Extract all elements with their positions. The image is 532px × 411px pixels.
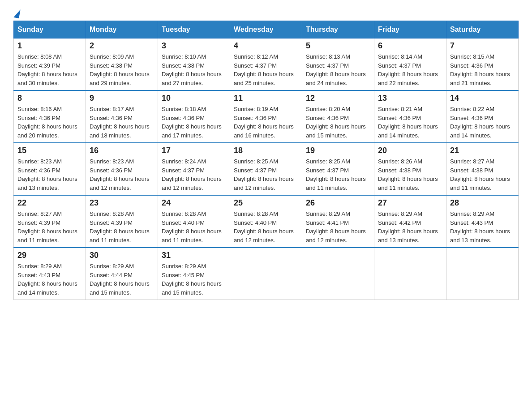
calendar-table: SundayMondayTuesdayWednesdayThursdayFrid…: [13, 21, 519, 300]
day-number: 8: [17, 94, 82, 103]
calendar-cell: 30Sunrise: 8:29 AMSunset: 4:44 PMDayligh…: [86, 248, 158, 300]
day-number: 28: [450, 198, 515, 208]
day-number: 14: [450, 94, 515, 103]
day-info: Sunrise: 8:14 AMSunset: 4:37 PMDaylight:…: [378, 52, 442, 87]
day-info: Sunrise: 8:18 AMSunset: 4:36 PMDaylight:…: [162, 105, 226, 140]
day-number: 27: [378, 198, 442, 208]
day-number: 26: [306, 198, 370, 208]
calendar-cell: 1Sunrise: 8:08 AMSunset: 4:39 PMDaylight…: [14, 39, 86, 91]
calendar-cell: 4Sunrise: 8:12 AMSunset: 4:37 PMDaylight…: [230, 39, 302, 91]
header-row: SundayMondayTuesdayWednesdayThursdayFrid…: [14, 21, 519, 39]
day-info: Sunrise: 8:20 AMSunset: 4:36 PMDaylight:…: [306, 105, 370, 140]
day-number: 16: [90, 146, 154, 155]
day-number: 22: [17, 198, 82, 208]
day-info: Sunrise: 8:25 AMSunset: 4:37 PMDaylight:…: [234, 157, 298, 192]
calendar-cell: 29Sunrise: 8:29 AMSunset: 4:43 PMDayligh…: [14, 248, 86, 300]
day-info: Sunrise: 8:19 AMSunset: 4:36 PMDaylight:…: [234, 105, 298, 140]
day-info: Sunrise: 8:17 AMSunset: 4:36 PMDaylight:…: [90, 105, 154, 140]
day-info: Sunrise: 8:23 AMSunset: 4:36 PMDaylight:…: [90, 157, 154, 192]
day-info: Sunrise: 8:22 AMSunset: 4:36 PMDaylight:…: [450, 105, 515, 140]
calendar-cell: 23Sunrise: 8:28 AMSunset: 4:39 PMDayligh…: [86, 195, 158, 248]
calendar-cell: 9Sunrise: 8:17 AMSunset: 4:36 PMDaylight…: [86, 90, 158, 143]
column-header-thursday: Thursday: [302, 21, 374, 39]
calendar-cell: 19Sunrise: 8:25 AMSunset: 4:37 PMDayligh…: [302, 143, 374, 195]
day-number: 2: [90, 41, 154, 51]
calendar-cell: 14Sunrise: 8:22 AMSunset: 4:36 PMDayligh…: [446, 90, 519, 143]
calendar-cell: 16Sunrise: 8:23 AMSunset: 4:36 PMDayligh…: [86, 143, 158, 195]
calendar-cell: [302, 248, 374, 300]
day-number: 25: [234, 198, 298, 208]
calendar-cell: 13Sunrise: 8:21 AMSunset: 4:36 PMDayligh…: [374, 90, 446, 143]
calendar-cell: 18Sunrise: 8:25 AMSunset: 4:37 PMDayligh…: [230, 143, 302, 195]
day-number: 12: [306, 94, 370, 103]
day-number: 20: [378, 146, 442, 155]
day-info: Sunrise: 8:28 AMSunset: 4:39 PMDaylight:…: [90, 210, 154, 244]
calendar-week-row: 8Sunrise: 8:16 AMSunset: 4:36 PMDaylight…: [14, 90, 519, 143]
day-number: 13: [378, 94, 442, 103]
logo-text: [13, 9, 20, 18]
day-number: 24: [162, 198, 226, 208]
calendar-cell: 31Sunrise: 8:29 AMSunset: 4:45 PMDayligh…: [158, 248, 230, 300]
column-header-monday: Monday: [86, 21, 158, 39]
day-number: 29: [17, 251, 82, 260]
day-info: Sunrise: 8:29 AMSunset: 4:42 PMDaylight:…: [378, 210, 442, 244]
calendar-cell: 24Sunrise: 8:28 AMSunset: 4:40 PMDayligh…: [158, 195, 230, 248]
day-number: 17: [162, 146, 226, 155]
day-info: Sunrise: 8:24 AMSunset: 4:37 PMDaylight:…: [162, 157, 226, 192]
day-number: 9: [90, 94, 154, 103]
calendar-cell: 2Sunrise: 8:09 AMSunset: 4:38 PMDaylight…: [86, 39, 158, 91]
day-number: 15: [17, 146, 82, 155]
calendar-cell: 22Sunrise: 8:27 AMSunset: 4:39 PMDayligh…: [14, 195, 86, 248]
calendar-cell: 6Sunrise: 8:14 AMSunset: 4:37 PMDaylight…: [374, 39, 446, 91]
day-info: Sunrise: 8:12 AMSunset: 4:37 PMDaylight:…: [234, 52, 298, 87]
day-info: Sunrise: 8:29 AMSunset: 4:41 PMDaylight:…: [306, 210, 370, 244]
day-info: Sunrise: 8:29 AMSunset: 4:44 PMDaylight:…: [90, 262, 154, 297]
day-number: 30: [90, 251, 154, 260]
day-info: Sunrise: 8:25 AMSunset: 4:37 PMDaylight:…: [306, 157, 370, 192]
day-number: 6: [378, 41, 442, 51]
column-header-saturday: Saturday: [446, 21, 519, 39]
calendar-header: SundayMondayTuesdayWednesdayThursdayFrid…: [14, 21, 519, 39]
day-number: 31: [162, 251, 226, 260]
day-info: Sunrise: 8:27 AMSunset: 4:38 PMDaylight:…: [450, 157, 515, 192]
day-number: 21: [450, 146, 515, 155]
day-number: 19: [306, 146, 370, 155]
column-header-sunday: Sunday: [14, 21, 86, 39]
logo: [13, 9, 20, 16]
calendar-cell: 25Sunrise: 8:28 AMSunset: 4:40 PMDayligh…: [230, 195, 302, 248]
calendar-week-row: 15Sunrise: 8:23 AMSunset: 4:36 PMDayligh…: [14, 143, 519, 195]
calendar-cell: 21Sunrise: 8:27 AMSunset: 4:38 PMDayligh…: [446, 143, 519, 195]
day-number: 23: [90, 198, 154, 208]
day-number: 18: [234, 146, 298, 155]
calendar-cell: 17Sunrise: 8:24 AMSunset: 4:37 PMDayligh…: [158, 143, 230, 195]
calendar-cell: 8Sunrise: 8:16 AMSunset: 4:36 PMDaylight…: [14, 90, 86, 143]
day-info: Sunrise: 8:16 AMSunset: 4:36 PMDaylight:…: [17, 105, 82, 140]
day-info: Sunrise: 8:10 AMSunset: 4:38 PMDaylight:…: [162, 52, 226, 87]
calendar-cell: [446, 248, 519, 300]
calendar-body: 1Sunrise: 8:08 AMSunset: 4:39 PMDaylight…: [14, 39, 519, 300]
calendar-cell: [230, 248, 302, 300]
day-info: Sunrise: 8:29 AMSunset: 4:43 PMDaylight:…: [450, 210, 515, 244]
calendar-cell: 12Sunrise: 8:20 AMSunset: 4:36 PMDayligh…: [302, 90, 374, 143]
calendar-cell: 7Sunrise: 8:15 AMSunset: 4:36 PMDaylight…: [446, 39, 519, 91]
day-info: Sunrise: 8:21 AMSunset: 4:36 PMDaylight:…: [378, 105, 442, 140]
calendar-cell: 5Sunrise: 8:13 AMSunset: 4:37 PMDaylight…: [302, 39, 374, 91]
day-info: Sunrise: 8:23 AMSunset: 4:36 PMDaylight:…: [17, 157, 82, 192]
day-number: 11: [234, 94, 298, 103]
column-header-tuesday: Tuesday: [158, 21, 230, 39]
calendar-cell: 20Sunrise: 8:26 AMSunset: 4:38 PMDayligh…: [374, 143, 446, 195]
day-number: 4: [234, 41, 298, 51]
calendar-cell: 27Sunrise: 8:29 AMSunset: 4:42 PMDayligh…: [374, 195, 446, 248]
calendar-week-row: 22Sunrise: 8:27 AMSunset: 4:39 PMDayligh…: [14, 195, 519, 248]
day-info: Sunrise: 8:15 AMSunset: 4:36 PMDaylight:…: [450, 52, 515, 87]
day-number: 5: [306, 41, 370, 51]
calendar-cell: 11Sunrise: 8:19 AMSunset: 4:36 PMDayligh…: [230, 90, 302, 143]
calendar-cell: 10Sunrise: 8:18 AMSunset: 4:36 PMDayligh…: [158, 90, 230, 143]
day-info: Sunrise: 8:08 AMSunset: 4:39 PMDaylight:…: [17, 52, 82, 87]
page-header: [13, 9, 519, 16]
logo-triangle-icon: [13, 9, 20, 18]
day-info: Sunrise: 8:28 AMSunset: 4:40 PMDaylight:…: [162, 210, 226, 244]
day-number: 10: [162, 94, 226, 103]
day-number: 1: [17, 41, 82, 51]
day-number: 3: [162, 41, 226, 51]
